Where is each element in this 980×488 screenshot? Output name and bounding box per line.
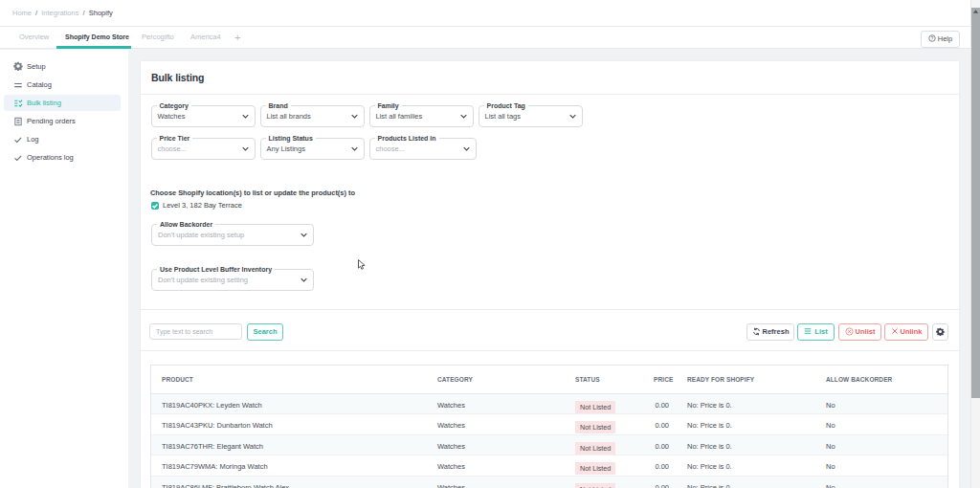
svg-text:?: ? — [931, 36, 934, 41]
